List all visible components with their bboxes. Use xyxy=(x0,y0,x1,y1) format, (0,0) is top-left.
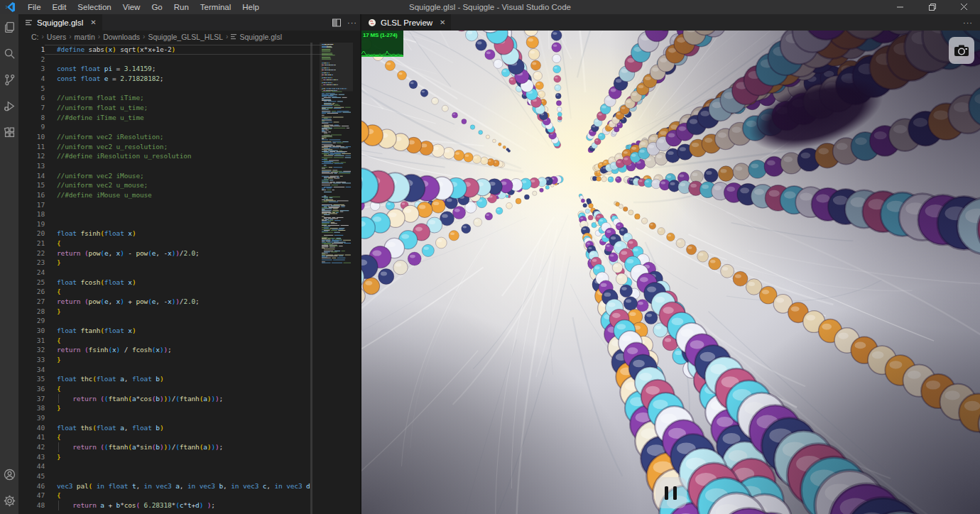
breadcrumb-item[interactable]: Users xyxy=(47,33,66,41)
code-line[interactable]: 14//uniform vec2 iMouse; xyxy=(18,171,360,181)
code-line[interactable]: 15//uniform vec2 u_mouse; xyxy=(18,180,360,190)
account-icon[interactable] xyxy=(0,461,18,488)
menu-item-view[interactable]: View xyxy=(117,0,146,14)
code-line[interactable]: 19 xyxy=(18,219,360,229)
code-line[interactable]: 26{ xyxy=(18,287,360,297)
code-line[interactable]: 36{ xyxy=(18,384,360,394)
code-line[interactable]: 28} xyxy=(18,307,360,317)
tab-squiggle-glsl[interactable]: Squiggle.glsl ✕ xyxy=(18,14,102,31)
code-line[interactable]: 23} xyxy=(18,258,360,268)
menu-item-terminal[interactable]: Terminal xyxy=(195,0,236,14)
code-line[interactable]: 45 xyxy=(18,471,360,481)
code-line[interactable]: 41{ xyxy=(18,432,360,442)
preview-more-actions-icon[interactable]: ··· xyxy=(963,14,973,31)
code-line[interactable]: 42 return ((ftanh(a*sin(b)))/(ftanh(a)))… xyxy=(18,442,360,452)
menu-item-run[interactable]: Run xyxy=(168,0,195,14)
pause-button[interactable] xyxy=(655,477,687,508)
code-line[interactable]: 5 xyxy=(18,84,360,94)
code-line[interactable]: 17 xyxy=(18,200,360,210)
code-line[interactable]: 1#define sabs(x) sqrt(x*x+1e-2) xyxy=(18,45,360,55)
code-line[interactable]: 12//#define iResolution u_resolution xyxy=(18,151,360,161)
menu-item-edit[interactable]: Edit xyxy=(47,0,72,14)
minimap[interactable] xyxy=(320,43,353,514)
settings-gear-icon[interactable] xyxy=(0,488,18,514)
line-number: 5 xyxy=(18,84,45,94)
code-line[interactable]: 4const float e = 2.71828182; xyxy=(18,74,360,84)
line-number: 32 xyxy=(18,345,45,355)
restore-button[interactable] xyxy=(916,0,948,14)
code-line[interactable]: 8//#define iTime u_time xyxy=(18,113,360,123)
code-line[interactable]: 7//uniform float u_time; xyxy=(18,103,360,113)
line-number: 26 xyxy=(18,287,45,297)
line-number: 34 xyxy=(18,365,45,375)
menu-item-go[interactable]: Go xyxy=(146,0,168,14)
preview-tab-close-icon[interactable]: ✕ xyxy=(440,18,445,26)
code-line[interactable]: 6//uniform float iTime; xyxy=(18,93,360,103)
line-number: 29 xyxy=(18,316,45,326)
code-line[interactable]: 18 xyxy=(18,209,360,219)
minimize-button[interactable] xyxy=(884,0,916,14)
run-debug-icon[interactable] xyxy=(0,93,18,119)
menu-item-file[interactable]: File xyxy=(22,0,47,14)
code-line[interactable]: 27return (pow(e, x) + pow(e, -x))/2.0; xyxy=(18,297,360,307)
code-line[interactable]: 24 xyxy=(18,268,360,278)
code-line[interactable]: 48 return a + b*cos( 6.28318*(c*t+d) ); xyxy=(18,501,360,510)
window-title: Squiggle.glsl - Squiggle - Visual Studio… xyxy=(409,0,571,14)
line-number: 4 xyxy=(18,74,45,84)
breadcrumb-item[interactable]: Squiggle_GLSL_HLSL xyxy=(148,33,223,41)
breadcrumb-item[interactable]: Downloads xyxy=(103,33,140,41)
titlebar: FileEditSelectionViewGoRunTerminalHelp S… xyxy=(0,0,980,14)
menu-item-selection[interactable]: Selection xyxy=(72,0,116,14)
code-line[interactable]: 35float thc(float a, float b) xyxy=(18,374,360,384)
preview-tab-label: GLSL Preview xyxy=(381,18,432,27)
code-line[interactable]: 2 xyxy=(18,55,360,65)
code-line[interactable]: 34 xyxy=(18,365,360,375)
split-editor-icon[interactable] xyxy=(332,18,342,28)
code-line[interactable]: 38} xyxy=(18,403,360,413)
code-line[interactable]: 43} xyxy=(18,452,360,462)
explorer-icon[interactable] xyxy=(0,14,18,40)
code-line[interactable]: 30float ftanh(float x) xyxy=(18,326,360,336)
code-line[interactable]: 39 xyxy=(18,413,360,423)
line-number: 27 xyxy=(18,297,45,307)
code-line[interactable]: 33} xyxy=(18,355,360,365)
code-line[interactable]: 32return (fsinh(x) / fcosh(x)); xyxy=(18,345,360,355)
code-line[interactable]: 37 return ((ftanh(a*cos(b)))/(ftanh(a)))… xyxy=(18,394,360,404)
line-number: 1 xyxy=(18,45,45,55)
code-line[interactable]: 44 xyxy=(18,461,360,471)
code-line[interactable]: 29 xyxy=(18,316,360,326)
search-icon[interactable] xyxy=(0,40,18,67)
code-line[interactable]: 25float fcosh(float x) xyxy=(18,278,360,288)
close-button[interactable] xyxy=(948,0,980,14)
code-editor[interactable]: 1#define sabs(x) sqrt(x*x+1e-2)23const f… xyxy=(18,43,360,514)
screenshot-camera-button[interactable] xyxy=(949,37,974,64)
shader-canvas[interactable]: 17 MS (1-274) xyxy=(361,31,980,514)
editor-more-actions-icon[interactable]: ··· xyxy=(347,18,357,27)
code-line[interactable]: 22return (pow(e, x) - pow(e, -x))/2.0; xyxy=(18,248,360,258)
code-line[interactable]: 46vec3 pal( in float t, in vec3 a, in ve… xyxy=(18,481,360,491)
source-control-icon[interactable] xyxy=(0,67,18,93)
code-line[interactable]: 11//uniform vec2 u_resolution; xyxy=(18,142,360,152)
code-line[interactable]: 20float fsinh(float x) xyxy=(18,229,360,239)
line-number: 19 xyxy=(18,219,45,229)
line-number: 22 xyxy=(18,248,45,258)
code-line[interactable]: 40float ths(float a, float b) xyxy=(18,423,360,433)
breadcrumb-item[interactable]: Squiggle.glsl xyxy=(239,33,282,41)
breadcrumb-item[interactable]: C: xyxy=(31,33,39,41)
tab-close-icon[interactable]: ✕ xyxy=(90,18,96,26)
code-line[interactable]: 3const float pi = 3.14159; xyxy=(18,64,360,74)
code-line[interactable]: 16//#define iMouse u_mouse xyxy=(18,190,360,200)
code-line[interactable]: 9 xyxy=(18,122,360,132)
tab-glsl-preview[interactable]: GLSL Preview ✕ xyxy=(361,14,451,31)
code-line[interactable]: 10//uniform vec2 iResolution; xyxy=(18,132,360,142)
code-line[interactable]: 47{ xyxy=(18,491,360,501)
line-number: 35 xyxy=(18,374,45,384)
menu-item-help[interactable]: Help xyxy=(236,0,265,14)
code-line[interactable]: 13 xyxy=(18,161,360,171)
line-number: 28 xyxy=(18,307,45,317)
extensions-icon[interactable] xyxy=(0,119,18,146)
code-line[interactable]: 21{ xyxy=(18,239,360,248)
code-line[interactable]: 31{ xyxy=(18,336,360,346)
breadcrumb-item[interactable]: martin xyxy=(75,33,95,41)
editor-scrollbar[interactable] xyxy=(310,43,312,514)
